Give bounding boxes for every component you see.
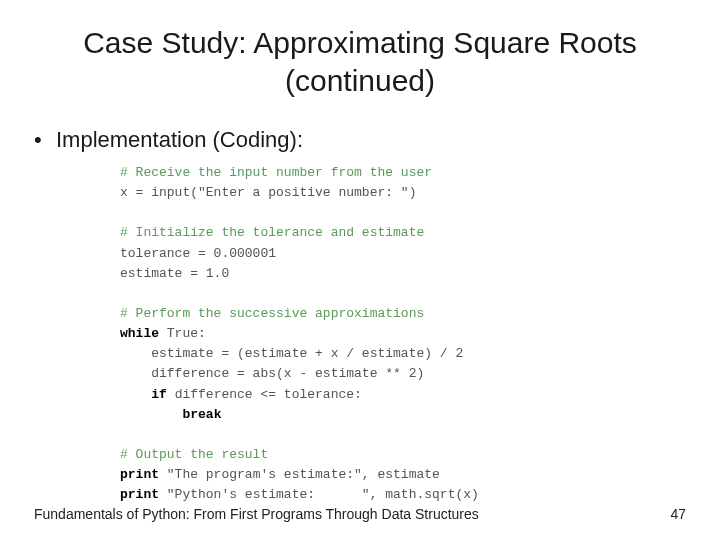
- footer-source: Fundamentals of Python: From First Progr…: [34, 506, 479, 522]
- bullet-item: • Implementation (Coding):: [0, 127, 720, 153]
- code-comment: # Perform the successive approximations: [120, 306, 424, 321]
- page-number: 47: [670, 506, 686, 522]
- code-comment: # Initialize the tolerance and estimate: [120, 225, 424, 240]
- code-keyword: print: [120, 487, 159, 502]
- code-keyword: if: [151, 387, 167, 402]
- code-line: tolerance = 0.000001: [120, 246, 276, 261]
- slide-title: Case Study: Approximating Square Roots (…: [0, 0, 720, 99]
- slide-footer: Fundamentals of Python: From First Progr…: [34, 506, 686, 522]
- bullet-text: Implementation (Coding):: [56, 127, 303, 153]
- code-indent: [120, 407, 182, 422]
- code-keyword: print: [120, 467, 159, 482]
- bullet-marker: •: [34, 127, 56, 153]
- code-line: estimate = (estimate + x / estimate) / 2: [120, 346, 463, 361]
- code-indent: [120, 387, 151, 402]
- code-line: difference = abs(x - estimate ** 2): [120, 366, 424, 381]
- code-keyword: break: [182, 407, 221, 422]
- code-line: "The program's estimate:", estimate: [159, 467, 440, 482]
- code-line: x = input("Enter a positive number: "): [120, 185, 416, 200]
- code-line: difference <= tolerance:: [167, 387, 362, 402]
- slide: Case Study: Approximating Square Roots (…: [0, 0, 720, 540]
- code-block: # Receive the input number from the user…: [0, 163, 720, 505]
- code-line: estimate = 1.0: [120, 266, 229, 281]
- code-comment: # Receive the input number from the user: [120, 165, 432, 180]
- code-line: True:: [159, 326, 206, 341]
- code-keyword: while: [120, 326, 159, 341]
- code-comment: # Output the result: [120, 447, 268, 462]
- code-line: "Python's estimate: ", math.sqrt(x): [159, 487, 479, 502]
